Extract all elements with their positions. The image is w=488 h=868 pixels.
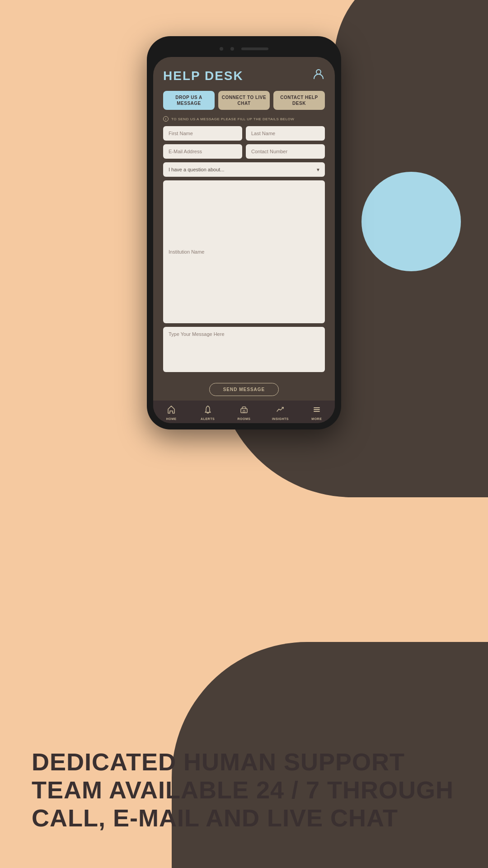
nav-label-more: MORE — [311, 417, 322, 420]
first-name-input[interactable] — [163, 126, 242, 141]
rooms-icon — [239, 405, 249, 416]
nav-item-home[interactable]: HOME — [153, 405, 189, 420]
nav-item-rooms[interactable]: ROOMS — [226, 405, 262, 420]
email-input[interactable] — [163, 144, 242, 159]
bell-icon — [203, 405, 212, 416]
home-icon — [167, 405, 176, 416]
contact-number-input[interactable] — [246, 144, 325, 159]
nav-label-home: HOME — [166, 417, 177, 420]
nav-item-more[interactable]: MORE — [299, 405, 335, 420]
svg-point-0 — [316, 70, 321, 74]
nav-item-alerts[interactable]: ALERTS — [189, 405, 225, 420]
info-bar: i TO SEND US A MESSAGE PLEASE FILL UP TH… — [153, 116, 335, 126]
app-title: HELP DESK — [163, 69, 244, 83]
nav-label-rooms: ROOMS — [238, 417, 251, 420]
institution-name-input[interactable] — [163, 180, 325, 323]
question-select[interactable]: I have a question about... — [163, 162, 325, 177]
phone-notch — [153, 42, 335, 55]
more-icon — [312, 405, 321, 416]
nav-label-insights: INSIGHTS — [272, 417, 289, 420]
info-icon: i — [163, 116, 169, 122]
person-icon — [312, 68, 325, 84]
tab-drop-message[interactable]: DROP US A MESSAGE — [163, 91, 215, 110]
nav-label-alerts: ALERTS — [201, 417, 215, 420]
tagline-text: DEDICATED HUMAN SUPPORT TEAM AVAILABLE 2… — [32, 748, 456, 832]
send-btn-wrapper: SEND MESSAGE — [163, 376, 325, 401]
app-header: HELP DESK — [153, 57, 335, 91]
form-area: I have a question about... ▼ SEND MESSAG… — [153, 126, 335, 401]
nav-item-insights[interactable]: INSIGHTS — [262, 405, 298, 420]
insights-icon — [276, 405, 285, 416]
bottom-nav: HOME ALERTS — [153, 401, 335, 423]
bg-shape-blue-circle — [361, 172, 461, 271]
notch-speaker — [241, 47, 268, 50]
contact-row — [163, 144, 325, 159]
send-message-button[interactable]: SEND MESSAGE — [209, 383, 279, 396]
info-text: TO SEND US A MESSAGE PLEASE FILL UP THE … — [171, 117, 294, 121]
tagline-wrapper: DEDICATED HUMAN SUPPORT TEAM AVAILABLE 2… — [32, 748, 456, 832]
tab-live-chat[interactable]: CONNECT TO LIVE CHAT — [218, 91, 270, 110]
last-name-input[interactable] — [246, 126, 325, 141]
phone-screen: HELP DESK DROP US A MESSAGE CONNECT TO L… — [153, 57, 335, 423]
tab-contact-helpdesk[interactable]: CONTACT HELP DESK — [273, 91, 325, 110]
phone-outer: HELP DESK DROP US A MESSAGE CONNECT TO L… — [147, 36, 341, 429]
tab-row: DROP US A MESSAGE CONNECT TO LIVE CHAT C… — [153, 91, 335, 116]
phone-mockup: HELP DESK DROP US A MESSAGE CONNECT TO L… — [147, 36, 341, 429]
bg-shape-bottom-left — [0, 439, 104, 597]
notch-dot-2 — [230, 47, 234, 51]
name-row — [163, 126, 325, 141]
question-select-wrapper: I have a question about... ▼ — [163, 162, 325, 177]
notch-dot-1 — [220, 47, 223, 51]
message-textarea[interactable] — [163, 327, 325, 372]
